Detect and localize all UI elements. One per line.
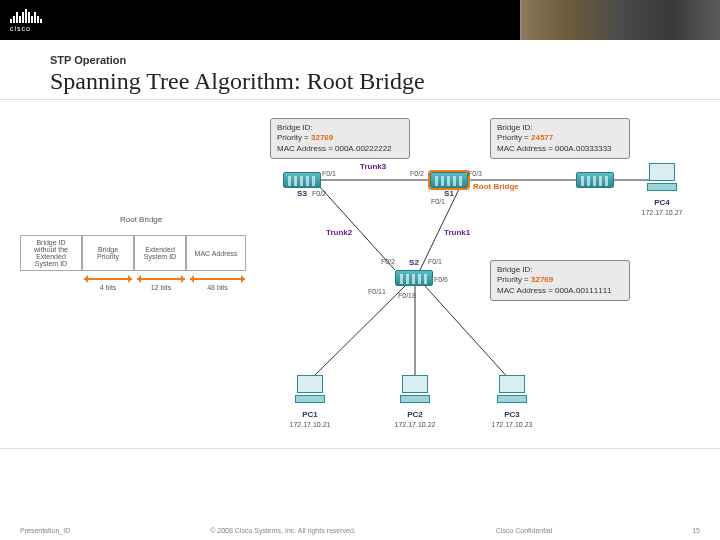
port-s1-f01: F0/1 bbox=[431, 198, 445, 205]
pc3-icon bbox=[495, 375, 529, 409]
bid-table-title: Root Bridge bbox=[120, 215, 162, 224]
port-s3-f01: F0/1 bbox=[322, 170, 336, 177]
footer: Presentation_ID © 2008 Cisco Systems, In… bbox=[0, 527, 720, 534]
port-s3-f02: F0/2 bbox=[312, 190, 326, 197]
diagram-area: Bridge ID: Priority = 32769 MAC Address … bbox=[0, 99, 720, 449]
header-photo-strip bbox=[520, 0, 720, 40]
bid-cell-priority: Bridge Priority bbox=[82, 235, 134, 271]
cisco-wordmark: cisco bbox=[10, 25, 42, 32]
bits-48: 48 bits bbox=[190, 284, 245, 291]
header-bar: cisco bbox=[0, 0, 720, 40]
bid-s3-priority: 32769 bbox=[311, 133, 333, 142]
pc1-icon bbox=[293, 375, 327, 409]
pc4-icon bbox=[645, 163, 679, 197]
footer-mid: © 2008 Cisco Systems, Inc. All rights re… bbox=[210, 527, 356, 534]
bid-cell-mac: MAC Address bbox=[186, 235, 246, 271]
footer-page: 15 bbox=[692, 527, 700, 534]
arrow-48bits bbox=[190, 278, 245, 280]
bid-s3-mac: MAC Address = 000A.00222222 bbox=[277, 144, 392, 153]
pc2-icon bbox=[398, 375, 432, 409]
bid-s2-priority: 32769 bbox=[531, 275, 553, 284]
pc3-label: PC3 bbox=[492, 410, 532, 419]
bits-4: 4 bits bbox=[84, 284, 132, 291]
switch-s2 bbox=[395, 270, 433, 286]
pc4-ip: 172.17.10.27 bbox=[632, 209, 692, 216]
bid-s2-mac: MAC Address = 000A.00111111 bbox=[497, 286, 612, 295]
pc3-ip: 172.17.10.23 bbox=[482, 421, 542, 428]
footer-right: Cisco Confidential bbox=[496, 527, 552, 534]
footer-left: Presentation_ID bbox=[20, 527, 70, 534]
bid-s1-priority: 24577 bbox=[531, 133, 553, 142]
port-s2-f06: F0/6 bbox=[434, 276, 448, 283]
bid-s1-mac: MAC Address = 000A.00333333 bbox=[497, 144, 612, 153]
bid-s3-l2p: Priority = bbox=[277, 133, 311, 142]
pc2-ip: 172.17.10.22 bbox=[385, 421, 445, 428]
root-bridge-label: Root Bridge bbox=[473, 182, 519, 191]
bid-s2-l2p: Priority = bbox=[497, 275, 531, 284]
port-s2-f02: F0/2 bbox=[381, 258, 395, 265]
port-s2-f01: F0/1 bbox=[428, 258, 442, 265]
pc1-ip: 172.17.10.21 bbox=[280, 421, 340, 428]
port-s1-f02: F0/2 bbox=[410, 170, 424, 177]
switch-s1-label: S1 bbox=[430, 189, 468, 198]
port-s2-f011: F0/11 bbox=[368, 288, 386, 295]
port-s1-f03: F0/3 bbox=[468, 170, 482, 177]
bid-box-s2: Bridge ID: Priority = 32769 MAC Address … bbox=[490, 260, 630, 301]
bid-s3-l1: Bridge ID: bbox=[277, 123, 313, 132]
pc1-label: PC1 bbox=[290, 410, 330, 419]
switch-s1 bbox=[430, 172, 468, 188]
pc2-label: PC2 bbox=[395, 410, 435, 419]
bid-s1-l2p: Priority = bbox=[497, 133, 531, 142]
bid-cell-extsys: Extended System ID bbox=[134, 235, 186, 271]
bid-s2-l1: Bridge ID: bbox=[497, 265, 533, 274]
eyebrow: STP Operation bbox=[50, 54, 690, 66]
trunk2-label: Trunk2 bbox=[326, 228, 352, 237]
bid-box-s1: Bridge ID: Priority = 24577 MAC Address … bbox=[490, 118, 630, 159]
trunk3-label: Trunk3 bbox=[360, 162, 386, 171]
switch-edge bbox=[576, 172, 614, 188]
bid-box-s3: Bridge ID: Priority = 32769 MAC Address … bbox=[270, 118, 410, 159]
port-s2-f018: F0/18 bbox=[398, 292, 416, 299]
bid-s1-l1: Bridge ID: bbox=[497, 123, 533, 132]
cisco-logo-bars bbox=[10, 9, 42, 23]
page-title: Spanning Tree Algorithm: Root Bridge bbox=[50, 68, 690, 95]
bid-cell-desc: Bridge ID without the Extended System ID bbox=[20, 235, 82, 271]
pc4-label: PC4 bbox=[642, 198, 682, 207]
svg-line-5 bbox=[310, 286, 405, 380]
arrow-4bits bbox=[84, 278, 132, 280]
bid-table: Bridge ID without the Extended System ID… bbox=[20, 235, 246, 271]
bits-12: 12 bits bbox=[137, 284, 185, 291]
switch-s3 bbox=[283, 172, 321, 188]
trunk1-label: Trunk1 bbox=[444, 228, 470, 237]
cisco-logo: cisco bbox=[0, 9, 42, 32]
arrow-12bits bbox=[137, 278, 185, 280]
title-block: STP Operation Spanning Tree Algorithm: R… bbox=[0, 40, 720, 99]
